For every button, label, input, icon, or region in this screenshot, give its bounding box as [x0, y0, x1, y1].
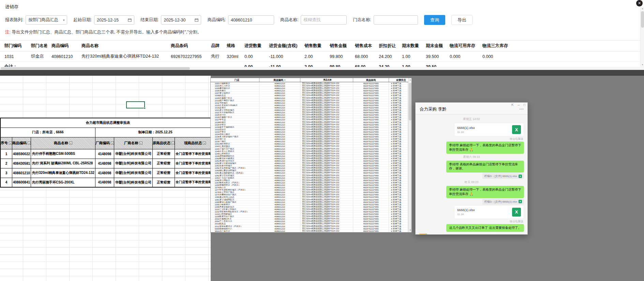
store-status-row: 1045中天七心景观店408601210先行320ml精典泰迪童心弹跳杯TD24… [211, 150, 408, 152]
store-name-input[interactable] [374, 15, 418, 25]
store-status-row: 1105数博万达广场店408601210先行320ml精典泰迪童心弹跳杯TD24… [211, 215, 408, 218]
approval-form-table: 合力超市商品状态调整审批表 门店：所有店，6666 制单日期：2025.12.2… [0, 118, 216, 188]
desktop-area: 合力超市商品状态调整审批表 门店：所有店，6666 制单日期：2025.12.2… [0, 76, 644, 281]
report-col-header: 销售数量 [300, 41, 325, 51]
file-source-caption: 微信电脑版 [510, 220, 524, 223]
store-status-row: 1050紫云时光糖酒店408601210先行320ml精典泰迪童心弹跳杯TD24… [211, 157, 408, 160]
store-status-row: 1022大方佳鑫国际店408601210先行320ml精典泰迪童心弹跳杯TD24… [211, 111, 408, 114]
pin-icon[interactable]: ⇱ [511, 103, 514, 107]
col-header-product-name: 商品名称 [300, 78, 353, 82]
file-message[interactable]: 6666(1).xlsx11.1KX [454, 205, 524, 219]
fill-handle[interactable] [144, 107, 146, 109]
store-status-row: 1015中天未来方舟6栋店408601210先行320ml精典泰迪童心弹跳杯TD… [211, 104, 408, 106]
wechat-window: 合力采购 李黔 ⇱ ─ □ ⋯ 星期五 14:026666(1).xlsx11.… [415, 102, 528, 235]
product-name-input[interactable]: 模糊查找 [301, 15, 347, 25]
store-status-row: 1034荔科公园店408601210先行320ml精典泰迪童心弹跳杯TD24-1… [211, 133, 408, 135]
autofilter-dropdown-icon[interactable]: ▾ [139, 142, 143, 145]
selected-cell[interactable] [126, 101, 145, 108]
store-status-row: 1033正安店408601210先行320ml精典泰迪童心弹跳杯TD24-132… [211, 131, 408, 133]
approval-col-header: 厂商编码▾ [95, 137, 114, 149]
chat-title: 合力采购 李黔 [420, 106, 446, 112]
store-status-row: 2010阳关店408601210先行320ml精典泰迪童心弹跳杯TD24-132… [211, 222, 408, 225]
vertical-scrollbar-thumb[interactable] [409, 83, 412, 120]
vertical-scrollbar-thumb[interactable] [641, 11, 644, 28]
report-header-row: 部门编码部门名称商品编码商品名称商品条码品牌规格进货数量进货金额(含税)销售数量… [0, 41, 644, 51]
chevron-down-icon: ▾ [63, 18, 65, 22]
store-status-row: 1021遵义大悦名城店408601210先行320ml精典泰迪童心弹跳杯TD24… [211, 109, 408, 111]
calendar-icon [195, 18, 198, 22]
chat-message-list: 星期五 14:026666(1).xlsx11.1KX微信电脑版李经理 麻烦处理… [416, 115, 527, 234]
export-button[interactable]: 导出 [451, 15, 473, 25]
store-status-row: 1077毕节碧阳首钜城店（已闭店）408601210先行320ml精典泰迪童心弹… [211, 189, 408, 191]
store-status-row: 1095丹寨龙泉村兴店408601210先行320ml精典泰迪童心弹跳杯TD24… [211, 206, 408, 208]
store-status-row: 1085聚金山购物广场店408601210先行320ml精典泰迪童心弹跳杯TD2… [211, 201, 408, 203]
page-title: 进销存 [5, 4, 18, 10]
scroll-up-icon[interactable]: ▲ [641, 7, 644, 11]
excel-file-icon: X [512, 208, 521, 217]
vertical-scrollbar: ▲ ▼ [408, 78, 411, 232]
autofilter-dropdown-icon[interactable]: ▾ [28, 142, 31, 145]
excel-file-icon: X [519, 175, 522, 178]
file-message[interactable]: 6666(1).xlsx11.1KX [454, 123, 524, 136]
approval-row: 4408600841先行秀丽雅手环CSG-200XL4148098华塑(台州)科… [0, 178, 215, 187]
close-icon[interactable]: ✕ [636, 0, 643, 6]
store-status-row: 9604乌江电力店408601210先行320ml精典泰迪童心弹跳杯TD24-1… [211, 230, 408, 232]
store-status-row: 1052遵义中建幸福城店408601210先行320ml精典泰迪童心弹跳杯TD2… [211, 162, 408, 164]
report-col-header: 期末金额 [421, 41, 445, 51]
quoted-reply: 柠檬D：[文件] 6666(1).xlsxX [482, 199, 524, 205]
maximize-icon[interactable]: □ [524, 103, 525, 107]
store-status-row: 1080遵义时代上品店408601210先行320ml精典泰迪童心弹跳杯TD24… [211, 196, 408, 198]
report-col-header: 商品编码 [47, 41, 77, 51]
start-date-label: 起始日期: [73, 17, 91, 23]
store-status-row: 1062遵义日月星城店408601210先行320ml精典泰迪童心弹跳杯TD24… [211, 174, 408, 177]
approval-col-header: 商品名称▾ [31, 137, 95, 149]
approval-row: 1408590022先行伴手柄憨憨CSM-500BS4148098华塑(台州)科… [0, 149, 215, 159]
query-button[interactable]: 查询 [424, 15, 445, 25]
file-source-caption: 微信电脑版 [510, 137, 524, 141]
inventory-report-panel: 进销存 ✕ 报表陈列: 按部门商品汇总 ▾ 起始日期: 2025-12-15 结… [0, 0, 644, 70]
scroll-up-icon[interactable]: ▲ [408, 78, 412, 82]
file-size: 11.1K [457, 131, 475, 134]
store-status-row: 1103仁怀国建城店408601210先行320ml精典泰迪童心弹跳杯TD24-… [211, 213, 408, 215]
report-col-header: 品牌 [207, 41, 222, 51]
report-type-select[interactable]: 按部门商品汇总 ▾ [26, 15, 67, 25]
report-col-header: 商品条码 [166, 41, 207, 51]
approval-row: 3408601210先行320ml精典泰迪童心弹跳杯TD24-132414809… [0, 168, 215, 178]
more-menu-icon[interactable]: ⋯ [519, 107, 524, 111]
end-date-input[interactable]: 2025-12-30 [161, 15, 201, 25]
store-status-row: 1090小鲵故里店408601210先行320ml精典泰迪童心弹跳杯TD24-1… [211, 203, 408, 206]
scroll-down-icon[interactable]: ▼ [408, 228, 412, 232]
approval-col-header: 商品编码▾ [12, 137, 31, 149]
scroll-down-icon[interactable]: ▼ [641, 63, 644, 67]
horizontal-scrollbar-thumb[interactable] [1, 67, 190, 70]
excel-file-icon: X [512, 125, 521, 134]
store-status-rows: 1003小城故事店408601210先行320ml精典泰迪童心弹跳杯TD24-1… [211, 82, 408, 232]
horizontal-scrollbar [0, 67, 644, 70]
store-status-row: 1029金安店408601210先行320ml精典泰迪童心弹跳杯TD24-132… [211, 123, 408, 126]
store-status-row: 2012黄初杭覆湾店（已闭店）408601210先行320ml精典泰迪童心弹跳杯… [211, 225, 408, 227]
autofilter-dropdown-icon[interactable]: ▾ [111, 142, 114, 145]
store-status-row: 1076独山店408601210先行320ml精典泰迪童心弹跳杯TD24-132… [211, 186, 408, 189]
sent-message: 李经理 麻烦处理一下，表格里的单品全门店暂停下单控货清库存 🙏 [446, 142, 524, 154]
sticker-message: 好的! [429, 233, 445, 234]
store-status-row: 1102贵阳美的国际商业店（已闭店）408601210先行320ml精典泰迪童心… [211, 210, 408, 213]
store-status-row: 1079大樱桃金街广场店408601210先行320ml精典泰迪童心弹跳杯TD2… [211, 193, 408, 196]
sent-message: 李经理 表格的单品麻烦全门店暂停下单控货清库存，谢谢。 [446, 161, 524, 173]
store-status-row: 1061遵义南部新区店（已闭店）408601210先行320ml精典泰迪童心弹跳… [211, 172, 408, 174]
autofilter-dropdown-icon[interactable]: ▾ [69, 142, 72, 145]
autofilter-dropdown-icon[interactable]: ▾ [203, 142, 206, 145]
store-status-row: 1031织金店408601210先行320ml精典泰迪童心弹跳杯TD24-132… [211, 128, 408, 131]
store-status-row: 1067黔西水西店（已闭店）408601210先行320ml精典泰迪童心弹跳杯T… [211, 181, 408, 184]
store-status-row: 1044主城生活广场店408601210先行320ml精典泰迪童心弹跳杯TD24… [211, 148, 408, 150]
start-date-input[interactable]: 2025-12-15 [94, 15, 134, 25]
report-col-header: 物流可用库存 [445, 41, 478, 51]
store-status-row: 1081遵义清镇国际店408601210先行320ml精典泰迪童心弹跳杯TD24… [211, 198, 408, 201]
autofilter-dropdown-icon[interactable]: ▾ [9, 142, 12, 145]
excel-approval-sheet-window: 合力超市商品状态调整审批表 门店：所有店，6666 制单日期：2025.12.2… [0, 76, 211, 281]
approval-form-title: 合力超市商品状态调整审批表 [0, 118, 215, 128]
product-code-input[interactable]: 408601210 [228, 15, 274, 25]
filter-funnel-icon[interactable]: ▼ [284, 79, 286, 81]
store-status-row: 1006意烽店408601210先行320ml精典泰迪童心弹跳杯TD24-132… [211, 89, 408, 92]
approval-store-cell: 门店：所有店，6666 [0, 128, 95, 137]
autofilter-dropdown-icon[interactable]: ▾ [171, 142, 175, 145]
